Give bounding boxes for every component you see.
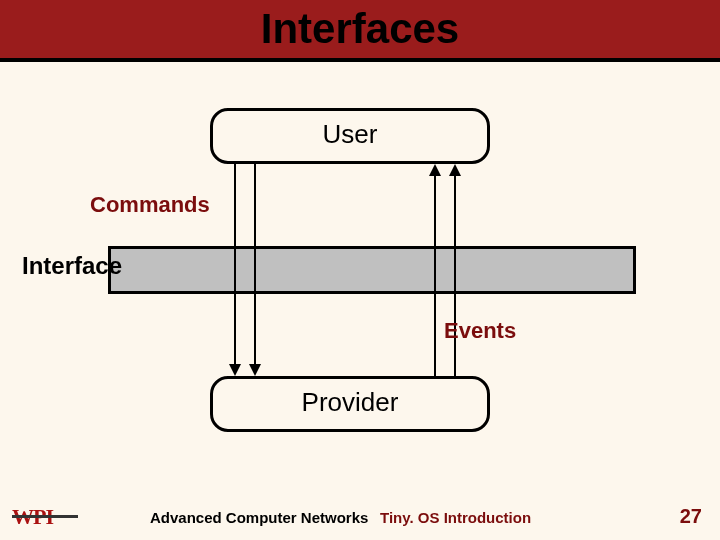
interface-bar: [108, 246, 636, 294]
arrow-head-down-icon: [249, 364, 261, 376]
commands-label: Commands: [90, 192, 210, 218]
events-label: Events: [444, 318, 516, 344]
provider-node-label: Provider: [302, 387, 399, 417]
provider-node: Provider: [210, 376, 490, 432]
arrow-head-down-icon: [229, 364, 241, 376]
arrow-head-up-icon: [449, 164, 461, 176]
event-arrow: [454, 176, 456, 376]
command-arrow: [234, 164, 236, 364]
logo-bar-icon: [12, 515, 78, 518]
user-node-label: User: [323, 119, 378, 149]
wpi-logo: WPI: [12, 504, 80, 530]
title-bar: Interfaces: [0, 0, 720, 62]
footer: WPI Advanced Computer Networks Tiny. OS …: [0, 500, 720, 540]
interface-label: Interface: [22, 252, 122, 280]
diagram-area: Interface User Provider Commands Events: [0, 62, 720, 482]
slide-title: Interfaces: [0, 0, 720, 58]
arrow-head-up-icon: [429, 164, 441, 176]
footer-topic: Tiny. OS Introduction: [380, 509, 531, 526]
footer-course: Advanced Computer Networks: [150, 509, 368, 526]
page-number: 27: [680, 505, 702, 528]
command-arrow: [254, 164, 256, 364]
event-arrow: [434, 176, 436, 376]
user-node: User: [210, 108, 490, 164]
